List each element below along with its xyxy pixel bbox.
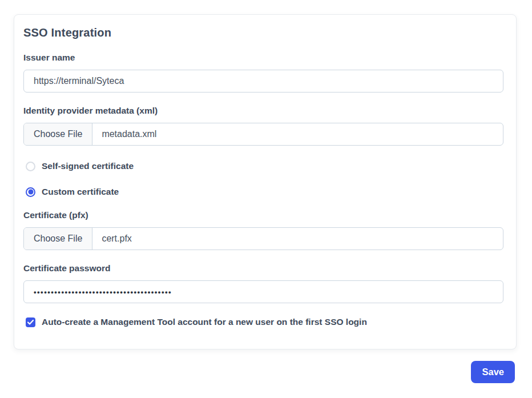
metadata-file-name: metadata.xml bbox=[92, 123, 166, 145]
checkbox-checked-icon[interactable] bbox=[26, 317, 35, 327]
autocreate-checkbox-label: Auto-create a Management Tool account fo… bbox=[42, 317, 367, 327]
idp-metadata-label: Identity provider metadata (xml) bbox=[23, 106, 503, 116]
issuer-name-input[interactable] bbox=[23, 70, 503, 93]
issuer-name-label: Issuer name bbox=[23, 53, 503, 63]
radio-selected-icon[interactable] bbox=[26, 187, 35, 197]
certificate-password-input[interactable] bbox=[23, 280, 503, 303]
radio-unselected-icon[interactable] bbox=[26, 162, 35, 171]
choose-file-button[interactable]: Choose File bbox=[24, 123, 92, 145]
certificate-file-name: cert.pfx bbox=[92, 228, 140, 250]
page-title: SSO Integration bbox=[23, 26, 503, 39]
certificate-pfx-label: Certificate (pfx) bbox=[23, 210, 503, 220]
sso-integration-card: SSO Integration Issuer name Identity pro… bbox=[14, 14, 517, 349]
form-actions: Save bbox=[0, 361, 515, 383]
choose-file-button[interactable]: Choose File bbox=[24, 228, 92, 250]
radio-custom-label: Custom certificate bbox=[42, 187, 119, 197]
autocreate-checkbox-row[interactable]: Auto-create a Management Tool account fo… bbox=[26, 317, 503, 327]
certificate-file-input[interactable]: Choose File cert.pfx bbox=[23, 227, 503, 250]
radio-self-signed-certificate[interactable]: Self-signed certificate bbox=[26, 161, 503, 171]
radio-custom-certificate[interactable]: Custom certificate bbox=[26, 187, 503, 197]
certificate-password-label: Certificate password bbox=[23, 263, 503, 274]
radio-self-signed-label: Self-signed certificate bbox=[42, 161, 134, 171]
save-button[interactable]: Save bbox=[471, 361, 515, 383]
idp-metadata-file-input[interactable]: Choose File metadata.xml bbox=[23, 123, 503, 146]
